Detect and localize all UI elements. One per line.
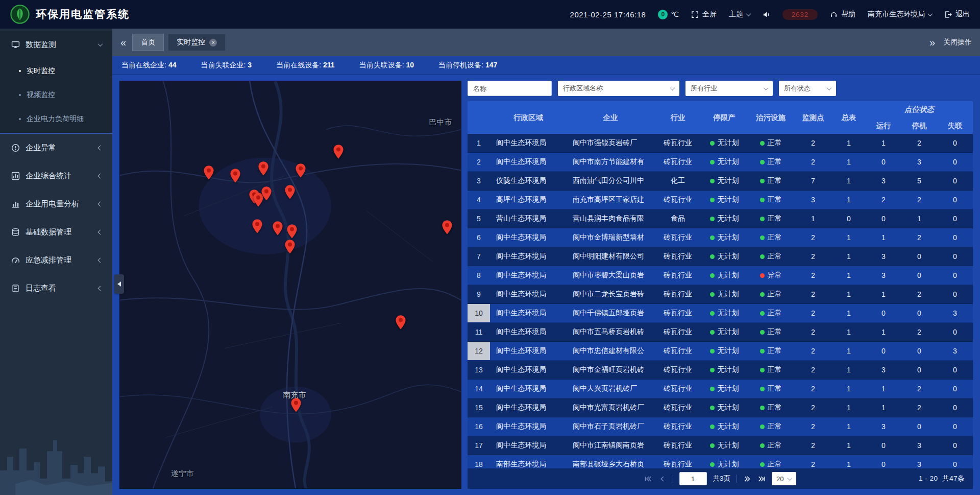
table-row[interactable]: 5营山生态环境局营山县润丰肉食品有限食品无计划正常10010 — [468, 209, 973, 228]
table-header: 行政区域企业行业停限产治污设施监测点总表点位状态运行停机失联 — [468, 101, 973, 134]
status-dot-icon — [710, 462, 715, 467]
sidebar-group-company-abnormal[interactable]: 企业异常 — [0, 134, 112, 162]
cell-production-status: 无计划 — [701, 436, 747, 455]
warning-icon — [11, 144, 20, 152]
cell-running: 0 — [866, 153, 901, 171]
column-header-7: 总表 — [832, 101, 866, 134]
cell-company: 南充市高坪区王家店建 — [567, 191, 654, 209]
pager-prev-icon[interactable] — [658, 475, 667, 483]
cell-stopped: 3 — [901, 455, 937, 468]
map-pin-icon[interactable] — [284, 239, 296, 254]
top-header: 环保用电监管系统 2021-02-25 17:46:18 0 ℃ 全屏 主题 2… — [0, 0, 980, 29]
name-filter-input[interactable] — [468, 81, 552, 96]
map-pin-icon[interactable] — [333, 144, 344, 159]
table-row[interactable]: 17阆中生态环境局阆中市江南镇阆南页岩砖瓦行业无计划正常21030 — [468, 436, 973, 455]
enterprise-table: 行政区域企业行业停限产治污设施监测点总表点位状态运行停机失联 1阆中生态环境局阆… — [468, 101, 973, 468]
cell-stopped: 2 — [901, 380, 937, 398]
cell-running: 1 — [866, 380, 901, 398]
cell-production-status: 无计划 — [701, 323, 747, 341]
map-pin-icon[interactable] — [295, 163, 306, 178]
tab-realtime[interactable]: 实时监控× — [168, 34, 226, 51]
pager-next-icon[interactable] — [743, 475, 751, 483]
close-tab-icon[interactable]: × — [209, 39, 217, 46]
tab-home[interactable]: 首页 — [132, 34, 164, 51]
map-collapse-button[interactable] — [114, 274, 124, 294]
page-size-select[interactable]: 20 — [772, 472, 796, 485]
header-toolbar: 2021-02-25 17:46:18 0 ℃ 全屏 主题 2632 帮助 — [570, 9, 970, 20]
cell-stopped: 2 — [901, 398, 937, 417]
table-row[interactable]: 18南部生态环境局南部县碾垭乡大石桥页砖瓦行业无计划正常21030 — [468, 455, 973, 468]
table-row[interactable]: 12阆中生态环境局阆中市忠信建材有限公砖瓦行业无计划正常21003 — [468, 342, 973, 361]
cell-monitor-points: 2 — [794, 247, 832, 266]
map-pin-icon[interactable] — [284, 184, 296, 200]
region-filter-select[interactable]: 行政区域名称 — [558, 81, 679, 96]
cell-industry: 砖瓦行业 — [654, 153, 701, 171]
cell-region: 阆中生态环境局 — [490, 436, 567, 455]
sidebar-item-label: 视频监控 — [27, 90, 55, 100]
map-pin-icon[interactable] — [286, 224, 298, 239]
tabs-scroll-left-icon[interactable]: « — [120, 37, 126, 48]
table-row[interactable]: 7阆中生态环境局阆中明阳建材有限公司砖瓦行业无计划正常21300 — [468, 247, 973, 266]
map-pin-icon[interactable] — [258, 161, 269, 176]
map-pin-icon[interactable] — [230, 168, 241, 183]
stat-value: 3 — [248, 61, 252, 69]
sidebar-group-data-monitor[interactable]: 数据监测 — [0, 31, 112, 59]
cell-industry: 食品 — [654, 209, 701, 228]
triangle-left-icon — [117, 281, 121, 287]
table-row[interactable]: 14阆中生态环境局阆中大兴页岩机砖厂砖瓦行业无计划正常21120 — [468, 380, 973, 398]
page-number-input[interactable] — [679, 472, 707, 485]
map-pin-icon[interactable] — [395, 315, 406, 330]
table-row[interactable]: 3仪陇生态环境局西南油气田分公司川中化工无计划正常71350 — [468, 172, 973, 191]
close-operations-button[interactable]: 关闭操作 — [943, 38, 972, 47]
map-pin-icon[interactable] — [272, 221, 283, 236]
stat-offline-devices: 当前失联设备:10 — [359, 61, 414, 70]
pager-first-icon[interactable] — [644, 475, 652, 483]
sidebar-group-log-view[interactable]: 日志查看 — [0, 274, 112, 302]
industry-filter-select[interactable]: 所有行业 — [685, 81, 773, 96]
org-dropdown[interactable]: 南充市生态环境局 — [868, 10, 932, 19]
sidebar-item-video-monitor[interactable]: 视频监控 — [0, 83, 112, 107]
column-header-0 — [468, 101, 490, 134]
map-pin-icon[interactable] — [203, 165, 214, 180]
cell-industry: 砖瓦行业 — [654, 228, 701, 247]
table-row[interactable]: 11阆中生态环境局阆中市五马桥页岩机砖砖瓦行业无计划正常21120 — [468, 323, 973, 342]
table-row[interactable]: 4高坪生态环境局南充市高坪区王家店建砖瓦行业无计划正常31220 — [468, 191, 973, 209]
logout-button[interactable]: 退出 — [944, 10, 970, 19]
sidebar-group-company-statistics[interactable]: 企业综合统计 — [0, 162, 112, 190]
cell-running: 0 — [866, 455, 901, 468]
map-pin-icon[interactable] — [252, 219, 263, 234]
fullscreen-button[interactable]: 全屏 — [691, 10, 717, 19]
sidebar-group-power-usage-analysis[interactable]: 企业用电量分析 — [0, 190, 112, 218]
table-row[interactable]: 2阆中生态环境局阆中市南方节能建材有砖瓦行业无计划正常21030 — [468, 153, 973, 172]
chevron-down-icon — [98, 41, 103, 46]
table-row[interactable]: 8阆中生态环境局阆中市枣碧大梁山页岩砖瓦行业无计划异常21300 — [468, 266, 973, 285]
cell-production-status: 无计划 — [701, 304, 747, 322]
table-row[interactable]: 13阆中生态环境局阆中市金福旺页岩机砖砖瓦行业无计划正常21300 — [468, 361, 973, 380]
tabs-scroll-right-icon[interactable]: » — [929, 37, 935, 48]
map-pin-icon[interactable] — [290, 397, 302, 413]
sidebar-item-realtime-monitor[interactable]: 实时监控 — [0, 59, 112, 83]
status-filter-select[interactable]: 所有状态 — [779, 81, 836, 96]
status-dot-icon — [710, 443, 715, 448]
announcement-button[interactable] — [763, 11, 770, 18]
sidebar-group-emergency-reduction[interactable]: 应急减排管理 — [0, 246, 112, 274]
pager-last-icon[interactable] — [757, 475, 766, 483]
cell-monitor-points: 2 — [794, 380, 832, 398]
sidebar-item-power-load-detail[interactable]: 企业电力负荷明细 — [0, 107, 112, 131]
stat-online-companies: 当前在线企业:44 — [121, 61, 176, 70]
table-row[interactable]: 6阆中生态环境局阆中市金博瑞新型墙材砖瓦行业无计划正常21120 — [468, 228, 973, 247]
theme-dropdown[interactable]: 主题 — [729, 10, 750, 19]
help-button[interactable]: 帮助 — [830, 10, 855, 19]
table-row[interactable]: 9阆中生态环境局阆中市二龙长宝页岩砖砖瓦行业无计划正常21120 — [468, 285, 973, 304]
sidebar-group-base-data-management[interactable]: 基础数据管理 — [0, 218, 112, 246]
alert-count-badge[interactable]: 2632 — [782, 9, 818, 20]
table-row[interactable]: 10阆中生态环境局阆中千佛镇五郎垭页岩砖瓦行业无计划正常21003 — [468, 304, 973, 323]
map-roads-decoration — [120, 81, 461, 488]
column-header-sub-1: 停机 — [901, 117, 937, 134]
map-panel[interactable]: 巴中市南充市遂宁市 — [119, 81, 461, 489]
table-row[interactable]: 15阆中生态环境局阆中市光富页岩机砖厂砖瓦行业无计划正常21120 — [468, 398, 973, 417]
table-row[interactable]: 1阆中生态环境局阆中市强锐页岩砖厂砖瓦行业无计划正常21120 — [468, 134, 973, 153]
map-pin-icon[interactable] — [261, 186, 272, 201]
table-row[interactable]: 16阆中生态环境局阆中市石子页岩机砖厂砖瓦行业无计划正常21300 — [468, 417, 973, 436]
map-pin-icon[interactable] — [442, 220, 453, 235]
